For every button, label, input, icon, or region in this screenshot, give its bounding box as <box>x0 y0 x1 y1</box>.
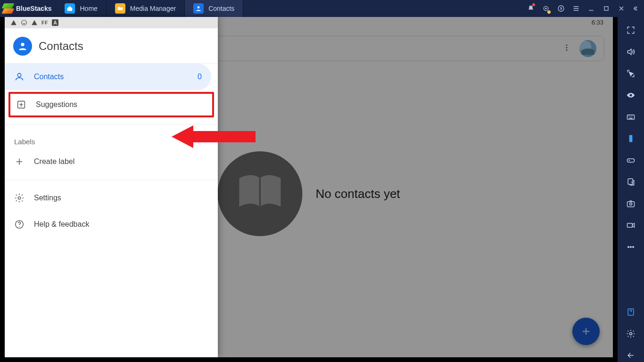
nav-contacts[interactable]: Contacts 0 <box>5 64 211 90</box>
maximize-button[interactable] <box>599 0 614 17</box>
svg-point-2 <box>545 8 547 9</box>
person-outline-icon <box>14 72 25 82</box>
record-button[interactable] <box>624 219 637 232</box>
emulator-screen: No contacts yet 6:33 FF A <box>0 17 618 362</box>
notifications-button[interactable] <box>523 0 538 17</box>
nav-label: Contacts <box>34 73 64 81</box>
screenshot-button[interactable] <box>624 197 637 210</box>
hamburger-button[interactable] <box>569 0 584 17</box>
nav-settings[interactable]: Settings <box>5 185 218 211</box>
house-icon <box>65 3 75 14</box>
svg-point-10 <box>21 43 24 46</box>
gear-icon <box>14 193 25 203</box>
location-button[interactable] <box>538 0 553 17</box>
help-button[interactable]: ? <box>553 0 569 17</box>
plus-icon <box>14 156 25 167</box>
faq-button[interactable] <box>624 305 637 319</box>
svg-rect-20 <box>628 179 633 184</box>
cursor-lock-button[interactable] <box>624 67 637 80</box>
person-icon <box>193 3 204 14</box>
tab-label: Media Manager <box>130 5 176 12</box>
contacts-count: 0 <box>198 73 202 81</box>
svg-point-0 <box>198 6 200 8</box>
eye-button[interactable] <box>624 89 637 102</box>
tab-label: Contacts <box>208 5 234 12</box>
drawer-header: Contacts <box>5 28 218 64</box>
svg-rect-19 <box>627 159 635 163</box>
bluestacks-side-toolbar <box>618 17 644 362</box>
nav-suggestions[interactable]: Suggestions <box>8 92 214 117</box>
contacts-app-icon <box>13 37 32 56</box>
android-viewport: No contacts yet 6:33 FF A <box>5 17 613 357</box>
gamepad-button[interactable] <box>624 154 637 167</box>
brand-text: BlueStacks <box>16 5 51 12</box>
help-icon <box>14 219 25 230</box>
divider <box>5 124 218 124</box>
back-button[interactable] <box>624 349 637 362</box>
nav-help-feedback[interactable]: Help & feedback <box>5 211 218 238</box>
warning-icon <box>10 19 17 26</box>
settings-button[interactable] <box>624 327 637 340</box>
android-statusbar: FF A <box>5 17 218 28</box>
folder-icon <box>115 3 125 14</box>
svg-point-22 <box>630 203 632 205</box>
warning-icon <box>31 19 38 26</box>
emulator-area: No contacts yet 6:33 FF A <box>0 17 644 362</box>
status-a: A <box>52 19 58 26</box>
svg-point-26 <box>633 247 634 248</box>
svg-point-13 <box>18 197 21 199</box>
tab-media-manager[interactable]: Media Manager <box>107 0 185 17</box>
svg-point-15 <box>19 226 19 227</box>
status-ff: FF <box>41 20 48 25</box>
tab-label: Home <box>80 5 97 12</box>
tab-contacts[interactable]: Contacts <box>185 0 243 17</box>
svg-point-11 <box>17 74 21 77</box>
tab-home[interactable]: Home <box>56 0 106 17</box>
svg-point-9 <box>22 20 27 25</box>
drawer-title: Contacts <box>39 40 83 53</box>
svg-point-24 <box>628 247 629 248</box>
svg-rect-21 <box>627 202 635 207</box>
brand: BlueStacks <box>0 3 56 14</box>
more-button[interactable] <box>624 240 637 254</box>
navigation-drawer: FF A Contacts Contacts 0 <box>5 17 218 357</box>
keyboard-button[interactable] <box>624 110 637 123</box>
volume-button[interactable] <box>624 45 637 58</box>
minimize-button[interactable] <box>584 0 599 17</box>
nav-label: Suggestions <box>36 100 77 109</box>
bluestacks-titlebar: BlueStacks Home Media Manager Contacts ? <box>0 0 644 17</box>
svg-rect-18 <box>629 135 633 142</box>
bluestacks-logo-icon <box>3 3 13 14</box>
svg-rect-23 <box>627 223 633 227</box>
nav-label: Create label <box>34 157 74 166</box>
collapse-sidebar-button[interactable] <box>629 0 644 17</box>
nav-label: Help & feedback <box>34 220 89 229</box>
whatsapp-icon <box>21 19 27 26</box>
divider <box>5 180 218 180</box>
nav-create-label[interactable]: Create label <box>5 148 218 175</box>
svg-text:?: ? <box>560 7 562 11</box>
macro-button[interactable] <box>624 175 637 189</box>
labels-header: Labels <box>5 129 218 148</box>
fullscreen-button[interactable] <box>624 24 637 37</box>
svg-rect-5 <box>604 7 608 10</box>
sparkle-plus-icon <box>16 99 26 110</box>
svg-point-25 <box>630 247 632 248</box>
status-clock: 6:33 <box>592 19 603 26</box>
nav-label: Settings <box>34 194 61 202</box>
svg-point-28 <box>630 333 632 335</box>
device-button[interactable] <box>624 132 637 145</box>
close-button[interactable] <box>614 0 629 17</box>
